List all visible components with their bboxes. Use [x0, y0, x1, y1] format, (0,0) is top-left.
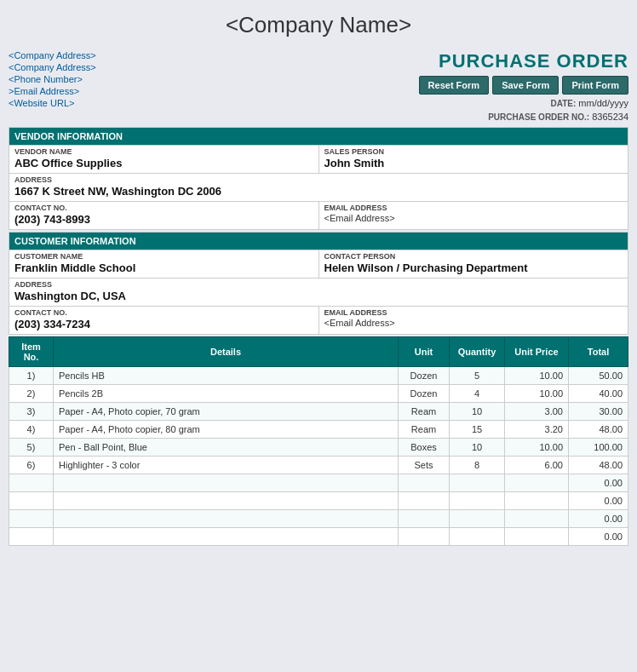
table-row: 5)Pen - Ball Point, BlueBoxes1010.00100.…	[9, 439, 628, 457]
table-cell: Dozen	[399, 367, 450, 385]
vendor-name-cell: VENDOR NAME ABC Office Supplies	[9, 146, 319, 174]
table-cell: Boxes	[399, 439, 450, 457]
date-value: mm/dd/yyyy	[578, 98, 628, 108]
customer-name-value: Franklin Middle School	[9, 261, 318, 278]
table-cell: 40.00	[569, 385, 628, 403]
table-cell: 0.00	[569, 474, 628, 492]
vendor-sales-cell: SALES PERSON John Smith	[318, 146, 628, 174]
table-cell: Sets	[399, 457, 450, 474]
po-number: 8365234	[592, 112, 628, 122]
vendor-address-cell: ADDRESS 1667 K Street NW, Washington DC …	[9, 174, 628, 202]
items-header-row: Item No. Details Unit Quantity Unit Pric…	[9, 337, 628, 367]
table-cell	[399, 528, 450, 546]
customer-contact-person-label: CONTACT PERSON	[319, 250, 628, 261]
table-cell: Highlighter - 3 color	[54, 457, 399, 474]
col-header-itemno: Item No.	[9, 337, 54, 367]
table-cell: 4	[450, 385, 505, 403]
table-cell: 50.00	[569, 367, 628, 385]
table-cell: 8	[450, 457, 505, 474]
table-cell: 3.20	[505, 421, 569, 439]
table-cell	[505, 510, 569, 528]
po-label: PURCHASE ORDER NO.:	[488, 112, 589, 122]
table-cell	[54, 510, 399, 528]
vendor-table: VENDOR INFORMATION VENDOR NAME ABC Offic…	[9, 127, 628, 230]
company-info-block: <Company Address> <Company Address> <Pho…	[9, 50, 96, 108]
table-row: 0.00	[9, 528, 628, 546]
table-row: 0.00	[9, 492, 628, 510]
table-cell	[54, 492, 399, 510]
company-name: <Company Name>	[9, 9, 628, 42]
table-cell: 0.00	[569, 510, 628, 528]
table-cell	[505, 474, 569, 492]
table-cell: 2)	[9, 385, 54, 403]
table-cell: Pen - Ball Point, Blue	[54, 439, 399, 457]
vendor-address-value: 1667 K Street NW, Washington DC 2006	[9, 184, 628, 201]
vendor-sales-label: SALES PERSON	[319, 146, 628, 156]
reset-button[interactable]: Reset Form	[419, 76, 490, 95]
table-cell: Paper - A4, Photo copier, 80 gram	[54, 421, 399, 439]
customer-contact-person-cell: CONTACT PERSON Helen Wilson / Purchasing…	[318, 250, 628, 279]
table-cell: 0.00	[569, 528, 628, 546]
customer-address-label: ADDRESS	[9, 279, 628, 289]
customer-contact-label: CONTACT NO.	[9, 307, 318, 317]
customer-email-cell: EMAIL ADDRESS <Email Address>	[318, 307, 628, 335]
vendor-email-cell: EMAIL ADDRESS <Email Address>	[318, 202, 628, 230]
table-cell: 6)	[9, 457, 54, 474]
customer-contact-cell: CONTACT NO. (203) 334-7234	[9, 307, 319, 335]
vendor-email-value: <Email Address>	[319, 212, 628, 227]
vendor-address-label: ADDRESS	[9, 174, 628, 184]
vendor-email-label: EMAIL ADDRESS	[319, 202, 628, 212]
col-header-unitprice: Unit Price	[505, 337, 569, 367]
table-cell: 100.00	[569, 439, 628, 457]
table-cell: 48.00	[569, 457, 628, 474]
vendor-contact-value: (203) 743-8993	[9, 212, 318, 229]
table-row: 0.00	[9, 510, 628, 528]
table-cell: 10	[450, 403, 505, 421]
table-cell	[399, 474, 450, 492]
po-number-row: PURCHASE ORDER NO.: 8365234	[488, 112, 628, 122]
table-cell: Ream	[399, 421, 450, 439]
table-cell	[9, 510, 54, 528]
date-row: DATE: mm/dd/yyyy	[550, 98, 628, 108]
company-address2: <Company Address>	[9, 62, 96, 72]
table-cell	[450, 510, 505, 528]
table-cell	[399, 510, 450, 528]
vendor-contact-cell: CONTACT NO. (203) 743-8993	[9, 202, 319, 230]
company-website: <Website URL>	[9, 98, 96, 108]
customer-name-cell: CUSTOMER NAME Franklin Middle School	[9, 250, 319, 279]
table-cell: 15	[450, 421, 505, 439]
table-cell	[9, 528, 54, 546]
table-cell: 5	[450, 367, 505, 385]
customer-section-header: CUSTOMER INFORMATION	[9, 233, 628, 250]
right-header: PURCHASE ORDER Reset Form Save Form Prin…	[419, 50, 628, 122]
table-cell: 6.00	[505, 457, 569, 474]
customer-email-value: <Email Address>	[319, 317, 628, 331]
col-header-total: Total	[569, 337, 628, 367]
table-cell	[54, 474, 399, 492]
po-title: PURCHASE ORDER	[439, 50, 628, 72]
customer-address-value: Washington DC, USA	[9, 289, 628, 306]
date-label: DATE:	[550, 99, 576, 108]
table-cell: 5)	[9, 439, 54, 457]
action-buttons: Reset Form Save Form Print Form	[419, 76, 628, 95]
table-cell	[505, 528, 569, 546]
table-row: 0.00	[9, 474, 628, 492]
customer-name-label: CUSTOMER NAME	[9, 250, 318, 261]
table-cell	[450, 474, 505, 492]
table-cell	[399, 492, 450, 510]
vendor-name-label: VENDOR NAME	[9, 146, 318, 156]
table-cell: Paper - A4, Photo copier, 70 gram	[54, 403, 399, 421]
col-header-details: Details	[54, 337, 399, 367]
table-cell: 0.00	[569, 492, 628, 510]
table-cell: 10.00	[505, 439, 569, 457]
print-button[interactable]: Print Form	[562, 76, 628, 95]
table-cell: 4)	[9, 421, 54, 439]
save-button[interactable]: Save Form	[492, 76, 559, 95]
table-cell: 1)	[9, 367, 54, 385]
customer-address-cell: ADDRESS Washington DC, USA	[9, 279, 628, 307]
table-row: 2)Pencils 2BDozen410.0040.00	[9, 385, 628, 403]
table-cell: Dozen	[399, 385, 450, 403]
table-cell: 3.00	[505, 403, 569, 421]
table-cell	[54, 528, 399, 546]
table-cell	[505, 492, 569, 510]
